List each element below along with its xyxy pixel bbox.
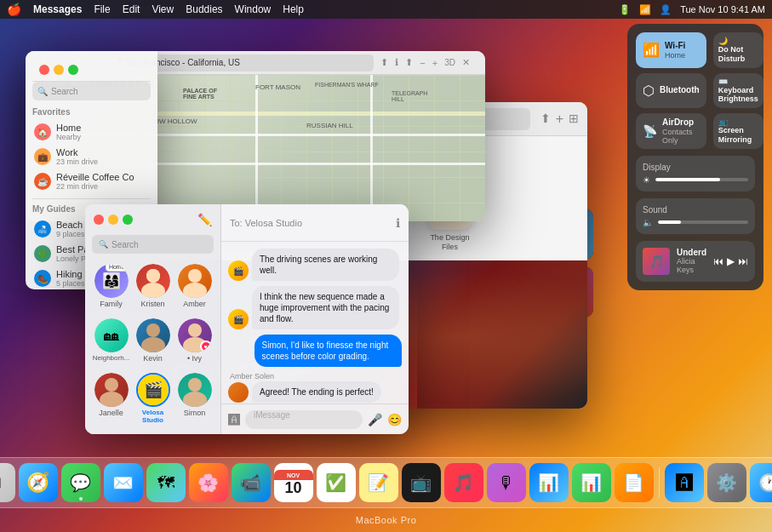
maps-zoom-out[interactable]: − — [420, 58, 425, 68]
cc-prev-btn[interactable]: ⏮ — [713, 255, 723, 267]
chat-info-icon[interactable]: ℹ — [396, 216, 400, 230]
cc-keyboard-tile[interactable]: ⌨️ KeyboardBrightness — [713, 73, 763, 109]
dock-screentime[interactable]: 🕐 — [750, 463, 773, 502]
dock-reminders[interactable]: ✅ — [317, 463, 356, 502]
contact-ivy[interactable]: ♥ • Ivy — [175, 318, 214, 369]
safari-grid-icon[interactable]: ⊞ — [569, 112, 579, 127]
bubble-1-avatar: 🎬 — [228, 260, 249, 281]
cc-airdrop-tile[interactable]: 📡 AirDrop Contacts Only — [636, 113, 706, 149]
contact-velosa-studio[interactable]: 🎬 Velosa Studio — [134, 373, 172, 431]
safari-share-icon[interactable]: ⬆ — [540, 112, 551, 127]
map-label-telegraph: TELEGRAPHHILL — [392, 90, 427, 102]
sidebar-item-home[interactable]: 🏠 Home Nearby — [32, 120, 151, 144]
maps-location-btn[interactable]: ⬆ — [380, 57, 388, 68]
dock-safari[interactable]: 🧭 — [19, 463, 58, 502]
messages-close[interactable] — [94, 215, 104, 225]
dock-pages[interactable]: 📄 — [615, 463, 654, 502]
cc-next-btn[interactable]: ⏭ — [738, 255, 748, 267]
avatar-kristen — [136, 264, 170, 298]
messages-traffic-lights — [94, 215, 133, 225]
messages-window: ✏️ 🔍 Search Home! 👨‍👩‍👧 Family — [85, 204, 409, 434]
janelle-avatar-svg — [94, 373, 129, 407]
airdrop-icon: 📡 — [643, 124, 657, 138]
messages-compose-icon[interactable]: ✏️ — [197, 213, 212, 226]
dock-appletv[interactable]: 📺 — [402, 463, 441, 502]
sidebar-item-coffee[interactable]: ☕ Réveille Coffee Co 22 min drive — [32, 169, 151, 193]
contact-simon[interactable]: Simon — [175, 373, 214, 431]
menu-buddies[interactable]: Buddies — [186, 3, 222, 15]
dock-maps[interactable]: 🗺 — [146, 463, 186, 502]
svg-point-3 — [188, 269, 202, 283]
chat-input-field[interactable]: iMessage — [245, 410, 363, 429]
messages-search[interactable]: 🔍 Search — [92, 235, 214, 254]
minimize-button[interactable] — [54, 65, 64, 75]
sound-slider-track[interactable] — [658, 220, 748, 224]
contact-kevin[interactable]: Kevin — [134, 318, 172, 369]
cc-screen-tile[interactable]: 📺 ScreenMirroring — [713, 113, 763, 149]
contact-neighborhood[interactable]: 🏘 Neighborh... — [92, 318, 130, 369]
chat-app-store-icon[interactable]: 🅰 — [228, 413, 240, 426]
dock-messages[interactable]: 💬 — [61, 463, 100, 502]
dock-launchpad[interactable]: ⊞ — [0, 463, 15, 502]
maximize-button[interactable] — [68, 65, 78, 75]
avatar-kevin — [136, 318, 170, 352]
avatar-janelle — [94, 373, 129, 407]
contact-janelle[interactable]: Janelle — [92, 373, 130, 431]
maps-search-bar[interactable]: 🔍 Search — [32, 82, 151, 100]
cc-sound-section: Sound 🔈 — [636, 198, 755, 234]
dock-appstore[interactable]: 🅰 — [665, 463, 704, 502]
sidebar-item-work[interactable]: 💼 Work 23 min drive — [32, 145, 151, 169]
dock-photos[interactable]: 🌸 — [189, 463, 228, 502]
datetime: Tue Nov 10 9:41 AM — [680, 4, 765, 14]
messages-minimize[interactable] — [108, 215, 118, 225]
bubble-4: Agreed! The ending is perfect! — [252, 381, 381, 403]
menu-app-name[interactable]: Messages — [33, 3, 82, 15]
cc-play-btn[interactable]: ▶ — [727, 255, 735, 267]
chat-input-bar: 🅰 iMessage 🎤 😊 — [221, 403, 409, 434]
dock-calendar[interactable]: NOV 10 — [274, 463, 313, 502]
chat-audio-icon[interactable]: 🎤 — [368, 413, 382, 426]
maps-3d-btn[interactable]: 3D — [444, 58, 455, 67]
dock-settings[interactable]: ⚙️ — [707, 463, 746, 502]
menu-view[interactable]: View — [152, 3, 174, 15]
safari-tab-add-icon[interactable]: + — [556, 112, 563, 127]
maps-zoom-in[interactable]: + — [432, 58, 437, 68]
bubble-4-label: Amber Solen Agreed! The ending is perfec… — [228, 372, 402, 403]
dock: 🔵 ⊞ 🧭 💬 ✉️ 🗺 🌸 📹 NOV 10 ✅ 📝 📺 🎵 🎙 📊 📊 📄 … — [0, 457, 772, 508]
menu-window[interactable]: Window — [235, 3, 272, 15]
favorites-label: Favorites — [32, 107, 151, 117]
apple-logo[interactable]: 🍎 — [7, 3, 21, 16]
cc-dnd-tile[interactable]: 🌙 Do NotDisturb — [713, 32, 763, 68]
beach-icon: 🏖 — [34, 220, 51, 237]
menu-help[interactable]: Help — [283, 3, 304, 15]
contact-amber[interactable]: Amber — [175, 264, 214, 315]
dock-podcasts[interactable]: 🎙 — [487, 463, 526, 502]
contact-family[interactable]: Home! 👨‍👩‍👧 Family — [92, 264, 130, 315]
dock-facetime[interactable]: 📹 — [232, 463, 271, 502]
cc-wifi-tile[interactable]: 📶 Wi-Fi Home — [636, 32, 706, 68]
maps-close-btn[interactable]: ✕ — [462, 57, 470, 68]
close-button[interactable] — [39, 65, 49, 75]
dock-music[interactable]: 🎵 — [444, 463, 483, 502]
maps-info-btn[interactable]: ℹ — [395, 57, 398, 68]
chat-emoji-icon[interactable]: 😊 — [387, 413, 402, 426]
avatar-ivy: ♥ — [178, 318, 212, 352]
svg-point-4 — [183, 283, 207, 298]
cc-bluetooth-tile[interactable]: ⬡ Bluetooth — [636, 73, 706, 109]
menubar-left: 🍎 Messages File Edit View Buddies Window… — [7, 3, 304, 16]
cc-playback-controls: ⏮ ▶ ⏭ — [713, 255, 748, 267]
menu-file[interactable]: File — [94, 3, 110, 15]
menu-edit[interactable]: Edit — [123, 3, 140, 15]
maps-share-btn[interactable]: ⬆ — [405, 57, 413, 68]
dock-notes[interactable]: 📝 — [359, 463, 398, 502]
display-slider-track[interactable] — [655, 178, 748, 181]
dock-mail[interactable]: ✉️ — [104, 463, 143, 502]
dock-numbers[interactable]: 📊 — [572, 463, 611, 502]
contact-kristen[interactable]: Kristen — [134, 264, 172, 315]
messages-chat: To: Velosa Studio ℹ 🎬 The driving scenes… — [221, 204, 409, 434]
search-icon: 🔍 — [37, 87, 48, 96]
messages-maximize[interactable] — [123, 215, 133, 225]
dock-appstore2[interactable]: 📊 — [529, 463, 569, 502]
bubble-1: The driving scenes are working well. — [252, 249, 399, 281]
keyboard-icon: ⌨️ — [718, 77, 728, 86]
